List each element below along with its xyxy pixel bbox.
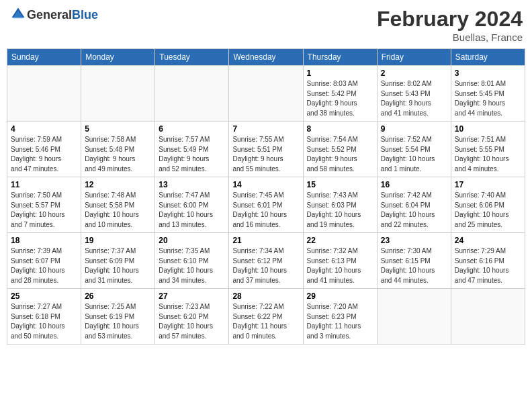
calendar-day-cell [81, 66, 155, 122]
weekday-header: Friday [377, 49, 451, 66]
calendar-day-cell: 10Sunrise: 7:51 AM Sunset: 5:55 PM Dayli… [451, 122, 525, 177]
day-info: Sunrise: 8:03 AM Sunset: 5:42 PM Dayligh… [307, 79, 373, 118]
day-number: 16 [381, 180, 447, 189]
day-number: 3 [455, 68, 521, 78]
calendar-day-cell: 3Sunrise: 8:01 AM Sunset: 5:45 PM Daylig… [451, 66, 525, 122]
day-number: 6 [159, 124, 225, 134]
logo-blue-text: Blue [72, 9, 98, 22]
calendar-day-cell: 19Sunrise: 7:37 AM Sunset: 6:09 PM Dayli… [81, 233, 155, 289]
day-number: 20 [159, 236, 225, 245]
weekday-header: Saturday [451, 49, 525, 66]
calendar-day-cell: 25Sunrise: 7:27 AM Sunset: 6:18 PM Dayli… [7, 289, 81, 345]
calendar-day-cell: 7Sunrise: 7:55 AM Sunset: 5:51 PM Daylig… [229, 122, 303, 177]
weekday-header: Sunday [7, 49, 81, 66]
location-subtitle: Buellas, France [377, 32, 523, 43]
calendar-day-cell: 22Sunrise: 7:32 AM Sunset: 6:13 PM Dayli… [303, 233, 377, 289]
day-info: Sunrise: 7:45 AM Sunset: 6:01 PM Dayligh… [232, 191, 299, 230]
title-block: February 2024 Buellas, France [377, 7, 523, 43]
calendar-day-cell: 9Sunrise: 7:52 AM Sunset: 5:54 PM Daylig… [377, 122, 451, 177]
calendar-day-cell: 13Sunrise: 7:47 AM Sunset: 6:00 PM Dayli… [155, 177, 229, 233]
logo-general-text: General [27, 9, 72, 22]
day-info: Sunrise: 7:59 AM Sunset: 5:46 PM Dayligh… [11, 135, 77, 174]
weekday-header: Monday [81, 49, 155, 66]
day-number: 26 [85, 291, 151, 301]
day-number: 8 [307, 124, 373, 134]
day-number: 27 [159, 291, 225, 301]
calendar-day-cell: 12Sunrise: 7:48 AM Sunset: 5:58 PM Dayli… [81, 177, 155, 233]
day-number: 29 [307, 291, 373, 301]
month-title: February 2024 [377, 7, 523, 32]
calendar-day-cell: 18Sunrise: 7:39 AM Sunset: 6:07 PM Dayli… [7, 233, 81, 289]
day-number: 17 [455, 180, 521, 189]
day-number: 18 [11, 236, 77, 245]
day-number: 10 [455, 124, 521, 134]
day-number: 24 [455, 236, 521, 245]
day-info: Sunrise: 7:32 AM Sunset: 6:13 PM Dayligh… [307, 246, 373, 285]
calendar-day-cell: 28Sunrise: 7:22 AM Sunset: 6:22 PM Dayli… [229, 289, 303, 345]
day-number: 7 [232, 124, 299, 134]
day-info: Sunrise: 7:25 AM Sunset: 6:19 PM Dayligh… [85, 302, 151, 341]
day-info: Sunrise: 7:50 AM Sunset: 5:57 PM Dayligh… [11, 191, 77, 230]
day-info: Sunrise: 7:57 AM Sunset: 5:49 PM Dayligh… [159, 135, 225, 174]
day-number: 28 [232, 291, 299, 301]
day-number: 25 [11, 291, 77, 301]
calendar-day-cell: 6Sunrise: 7:57 AM Sunset: 5:49 PM Daylig… [155, 122, 229, 177]
day-info: Sunrise: 7:34 AM Sunset: 6:12 PM Dayligh… [232, 246, 299, 285]
calendar-week-row: 25Sunrise: 7:27 AM Sunset: 6:18 PM Dayli… [7, 289, 525, 345]
calendar-day-cell: 8Sunrise: 7:54 AM Sunset: 5:52 PM Daylig… [303, 122, 377, 177]
logo-icon [11, 7, 26, 21]
day-info: Sunrise: 7:55 AM Sunset: 5:51 PM Dayligh… [232, 135, 299, 174]
calendar-day-cell [7, 66, 81, 122]
day-number: 11 [11, 180, 77, 189]
day-number: 22 [307, 236, 373, 245]
calendar-day-cell: 24Sunrise: 7:29 AM Sunset: 6:16 PM Dayli… [451, 233, 525, 289]
day-info: Sunrise: 7:37 AM Sunset: 6:09 PM Dayligh… [85, 246, 151, 285]
day-number: 21 [232, 236, 299, 245]
calendar-day-cell: 20Sunrise: 7:35 AM Sunset: 6:10 PM Dayli… [155, 233, 229, 289]
calendar-day-cell: 15Sunrise: 7:43 AM Sunset: 6:03 PM Dayli… [303, 177, 377, 233]
day-info: Sunrise: 7:23 AM Sunset: 6:20 PM Dayligh… [159, 302, 225, 341]
weekday-header: Thursday [303, 49, 377, 66]
day-info: Sunrise: 8:02 AM Sunset: 5:43 PM Dayligh… [381, 79, 447, 118]
day-info: Sunrise: 7:47 AM Sunset: 6:00 PM Dayligh… [159, 191, 225, 230]
calendar-day-cell [155, 66, 229, 122]
day-number: 23 [381, 236, 447, 245]
day-info: Sunrise: 7:48 AM Sunset: 5:58 PM Dayligh… [85, 191, 151, 230]
day-info: Sunrise: 7:39 AM Sunset: 6:07 PM Dayligh… [11, 246, 77, 285]
calendar-day-cell [451, 289, 525, 345]
day-info: Sunrise: 7:40 AM Sunset: 6:06 PM Dayligh… [455, 191, 521, 230]
day-info: Sunrise: 7:58 AM Sunset: 5:48 PM Dayligh… [85, 135, 151, 174]
day-info: Sunrise: 7:35 AM Sunset: 6:10 PM Dayligh… [159, 246, 225, 285]
calendar-table: SundayMondayTuesdayWednesdayThursdayFrid… [7, 48, 525, 345]
calendar-week-row: 18Sunrise: 7:39 AM Sunset: 6:07 PM Dayli… [7, 233, 525, 289]
day-info: Sunrise: 8:01 AM Sunset: 5:45 PM Dayligh… [455, 79, 521, 118]
calendar-day-cell: 1Sunrise: 8:03 AM Sunset: 5:42 PM Daylig… [303, 66, 377, 122]
calendar-day-cell: 2Sunrise: 8:02 AM Sunset: 5:43 PM Daylig… [377, 66, 451, 122]
day-number: 19 [85, 236, 151, 245]
day-info: Sunrise: 7:22 AM Sunset: 6:22 PM Dayligh… [232, 302, 299, 341]
calendar-day-cell: 23Sunrise: 7:30 AM Sunset: 6:15 PM Dayli… [377, 233, 451, 289]
day-number: 9 [381, 124, 447, 134]
day-info: Sunrise: 7:52 AM Sunset: 5:54 PM Dayligh… [381, 135, 447, 174]
day-number: 15 [307, 180, 373, 189]
day-number: 2 [381, 68, 447, 78]
day-info: Sunrise: 7:29 AM Sunset: 6:16 PM Dayligh… [455, 246, 521, 285]
logo: General Blue [9, 7, 98, 24]
day-info: Sunrise: 7:43 AM Sunset: 6:03 PM Dayligh… [307, 191, 373, 230]
day-info: Sunrise: 7:42 AM Sunset: 6:04 PM Dayligh… [381, 191, 447, 230]
calendar-day-cell: 26Sunrise: 7:25 AM Sunset: 6:19 PM Dayli… [81, 289, 155, 345]
calendar-week-row: 1Sunrise: 8:03 AM Sunset: 5:42 PM Daylig… [7, 66, 525, 122]
calendar-day-cell: 27Sunrise: 7:23 AM Sunset: 6:20 PM Dayli… [155, 289, 229, 345]
calendar-day-cell: 21Sunrise: 7:34 AM Sunset: 6:12 PM Dayli… [229, 233, 303, 289]
day-number: 12 [85, 180, 151, 189]
calendar-day-cell: 16Sunrise: 7:42 AM Sunset: 6:04 PM Dayli… [377, 177, 451, 233]
day-number: 1 [307, 68, 373, 78]
calendar-day-cell: 11Sunrise: 7:50 AM Sunset: 5:57 PM Dayli… [7, 177, 81, 233]
calendar-day-cell: 5Sunrise: 7:58 AM Sunset: 5:48 PM Daylig… [81, 122, 155, 177]
day-number: 13 [159, 180, 225, 189]
weekday-header: Wednesday [229, 49, 303, 66]
day-number: 4 [11, 124, 77, 134]
day-info: Sunrise: 7:54 AM Sunset: 5:52 PM Dayligh… [307, 135, 373, 174]
day-info: Sunrise: 7:51 AM Sunset: 5:55 PM Dayligh… [455, 135, 521, 174]
calendar-day-cell: 14Sunrise: 7:45 AM Sunset: 6:01 PM Dayli… [229, 177, 303, 233]
